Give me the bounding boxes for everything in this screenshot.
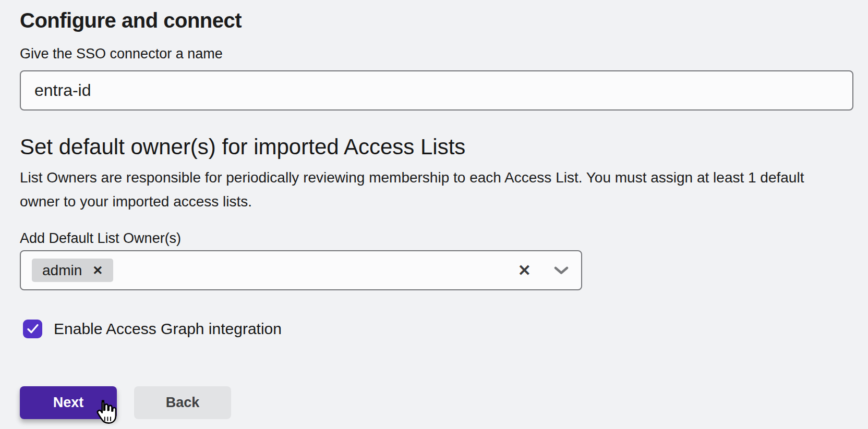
access-graph-checkbox[interactable] xyxy=(23,320,42,338)
remove-owner-icon[interactable]: ✕ xyxy=(92,264,103,277)
clear-selection-icon[interactable]: ✕ xyxy=(518,263,531,278)
owners-multiselect[interactable]: admin ✕ ✕ xyxy=(20,250,582,290)
access-graph-row: Enable Access Graph integration xyxy=(20,320,853,338)
multiselect-controls: ✕ xyxy=(518,263,569,278)
next-button[interactable]: Next xyxy=(20,386,117,419)
description-line-1: List Owners are responsible for periodic… xyxy=(20,169,804,186)
owner-tag-label: admin xyxy=(42,262,82,279)
checkmark-icon xyxy=(26,323,40,335)
owners-select-label: Add Default List Owner(s) xyxy=(20,229,853,247)
configure-connect-page: Configure and connect Give the SSO conne… xyxy=(0,0,868,419)
connector-name-label: Give the SSO connector a name xyxy=(20,45,853,63)
access-graph-label: Enable Access Graph integration xyxy=(54,320,282,338)
owner-tag: admin ✕ xyxy=(32,259,113,282)
chevron-down-icon[interactable] xyxy=(554,266,569,275)
actions-bar: Next Back xyxy=(20,386,853,419)
back-button[interactable]: Back xyxy=(134,386,231,419)
page-title: Configure and connect xyxy=(20,7,853,33)
connector-name-input[interactable] xyxy=(20,70,853,111)
owners-section-heading: Set default owner(s) for imported Access… xyxy=(20,133,853,161)
owners-section-description: List Owners are responsible for periodic… xyxy=(20,166,853,214)
description-line-2: owner to your imported access lists. xyxy=(20,193,252,210)
